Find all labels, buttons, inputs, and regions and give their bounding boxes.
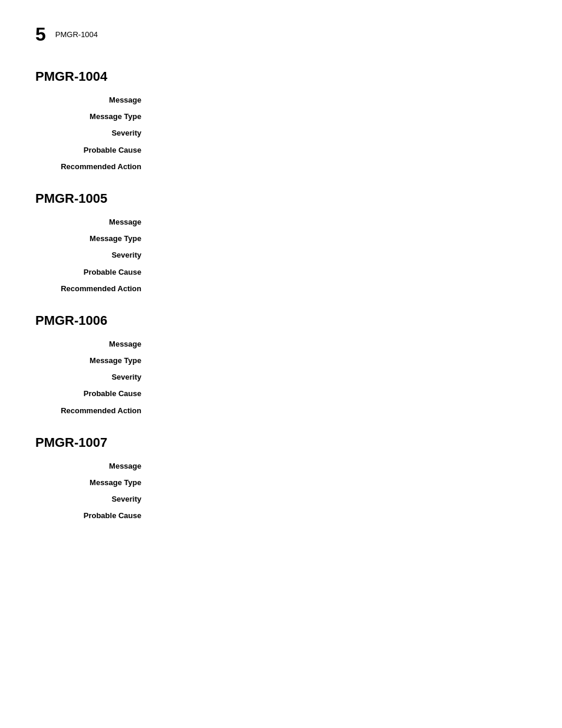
field-label-pmgr-1006-2: Severity [35, 372, 153, 383]
field-value-pmgr-1005-3 [153, 267, 527, 278]
field-label-pmgr-1004-4: Recommended Action [35, 162, 153, 172]
field-value-pmgr-1006-0 [153, 339, 527, 350]
field-row-pmgr-1005-2: Severity [35, 250, 527, 261]
field-value-pmgr-1005-1 [153, 233, 527, 244]
field-value-pmgr-1007-1 [153, 477, 527, 488]
section-pmgr-1007: PMGR-1007MessageMessage TypeSeverityProb… [35, 435, 527, 522]
field-row-pmgr-1006-4: Recommended Action [35, 406, 527, 416]
field-row-pmgr-1004-2: Severity [35, 128, 527, 139]
field-row-pmgr-1006-3: Probable Cause [35, 388, 527, 399]
field-value-pmgr-1006-1 [153, 355, 527, 366]
field-label-pmgr-1005-1: Message Type [35, 233, 153, 244]
section-pmgr-1004: PMGR-1004MessageMessage TypeSeverityProb… [35, 69, 527, 172]
page-header: 5 PMGR-1004 [35, 24, 527, 45]
section-title-pmgr-1006: PMGR-1006 [35, 313, 527, 328]
field-label-pmgr-1005-3: Probable Cause [35, 267, 153, 278]
field-value-pmgr-1006-2 [153, 372, 527, 383]
field-label-pmgr-1006-4: Recommended Action [35, 406, 153, 416]
field-row-pmgr-1006-0: Message [35, 339, 527, 350]
field-row-pmgr-1005-4: Recommended Action [35, 284, 527, 294]
field-row-pmgr-1007-1: Message Type [35, 477, 527, 488]
page-id: PMGR-1004 [55, 30, 98, 39]
page-number: 5 [35, 24, 46, 45]
section-title-pmgr-1007: PMGR-1007 [35, 435, 527, 450]
field-row-pmgr-1004-0: Message [35, 95, 527, 106]
field-row-pmgr-1007-0: Message [35, 461, 527, 472]
field-value-pmgr-1005-4 [153, 284, 527, 294]
field-value-pmgr-1004-1 [153, 111, 527, 122]
section-pmgr-1006: PMGR-1006MessageMessage TypeSeverityProb… [35, 313, 527, 416]
field-row-pmgr-1005-1: Message Type [35, 233, 527, 244]
section-title-pmgr-1004: PMGR-1004 [35, 69, 527, 84]
field-label-pmgr-1007-3: Probable Cause [35, 510, 153, 521]
field-row-pmgr-1006-2: Severity [35, 372, 527, 383]
field-row-pmgr-1004-1: Message Type [35, 111, 527, 122]
field-value-pmgr-1004-2 [153, 128, 527, 139]
field-value-pmgr-1007-2 [153, 494, 527, 505]
field-label-pmgr-1004-0: Message [35, 95, 153, 106]
section-title-pmgr-1005: PMGR-1005 [35, 191, 527, 206]
field-row-pmgr-1007-2: Severity [35, 494, 527, 505]
field-label-pmgr-1004-2: Severity [35, 128, 153, 139]
section-pmgr-1005: PMGR-1005MessageMessage TypeSeverityProb… [35, 191, 527, 294]
field-value-pmgr-1007-0 [153, 461, 527, 472]
field-label-pmgr-1004-1: Message Type [35, 111, 153, 122]
sections-container: PMGR-1004MessageMessage TypeSeverityProb… [35, 69, 527, 522]
field-row-pmgr-1004-4: Recommended Action [35, 162, 527, 172]
field-label-pmgr-1006-0: Message [35, 339, 153, 350]
field-label-pmgr-1005-0: Message [35, 217, 153, 228]
field-value-pmgr-1004-3 [153, 145, 527, 156]
field-value-pmgr-1007-3 [153, 510, 527, 521]
field-value-pmgr-1006-3 [153, 388, 527, 399]
field-row-pmgr-1005-0: Message [35, 217, 527, 228]
field-row-pmgr-1004-3: Probable Cause [35, 145, 527, 156]
field-label-pmgr-1004-3: Probable Cause [35, 145, 153, 156]
field-label-pmgr-1006-3: Probable Cause [35, 388, 153, 399]
field-label-pmgr-1006-1: Message Type [35, 355, 153, 366]
field-label-pmgr-1005-2: Severity [35, 250, 153, 261]
field-value-pmgr-1004-0 [153, 95, 527, 106]
field-value-pmgr-1006-4 [153, 406, 527, 416]
field-label-pmgr-1005-4: Recommended Action [35, 284, 153, 294]
field-row-pmgr-1005-3: Probable Cause [35, 267, 527, 278]
field-value-pmgr-1005-2 [153, 250, 527, 261]
field-value-pmgr-1005-0 [153, 217, 527, 228]
field-label-pmgr-1007-2: Severity [35, 494, 153, 505]
field-value-pmgr-1004-4 [153, 162, 527, 172]
field-row-pmgr-1007-3: Probable Cause [35, 510, 527, 521]
field-label-pmgr-1007-0: Message [35, 461, 153, 472]
field-row-pmgr-1006-1: Message Type [35, 355, 527, 366]
field-label-pmgr-1007-1: Message Type [35, 477, 153, 488]
